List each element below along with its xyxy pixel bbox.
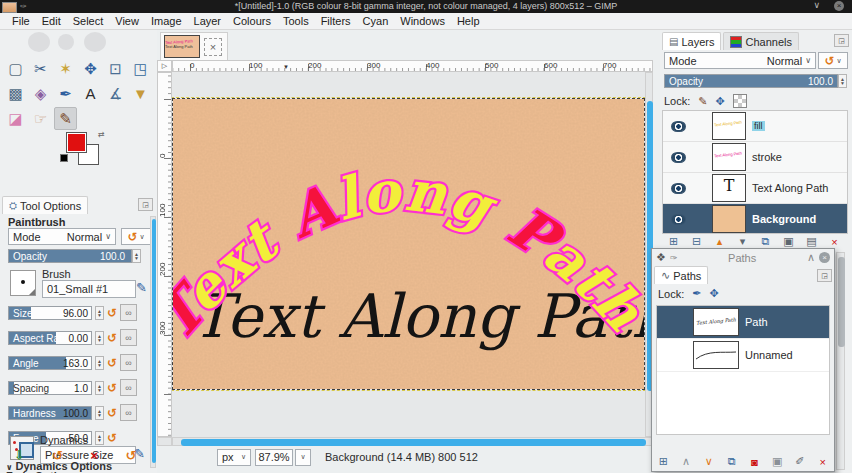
window-shade-icon[interactable]: ∨ (813, 0, 820, 10)
visibility-eye-icon[interactable] (671, 183, 686, 194)
new-path-button[interactable]: ⊞ (653, 454, 673, 469)
unit-dropdown[interactable]: px ∨ (217, 449, 251, 466)
path-name[interactable]: Unnamed (745, 349, 793, 361)
vertical-ruler[interactable]: 0100200300 (157, 72, 172, 437)
layers-menu-button[interactable]: ◲ (834, 34, 849, 47)
eraser-tool[interactable]: ◪ (4, 107, 27, 130)
reset-icon[interactable]: ↺ (107, 406, 117, 420)
link-icon[interactable]: ∞ (120, 329, 137, 346)
tool-option-slider[interactable]: Size 96.00 (8, 306, 92, 320)
tool-option-slider[interactable]: Angle 163.0 (8, 356, 92, 370)
menu-item[interactable]: Filters (315, 15, 357, 27)
slider-spinner[interactable]: ▲▼ (95, 331, 104, 345)
paintbrush-tool[interactable]: ✎ (54, 107, 77, 130)
zoom-value[interactable]: 87.9% (255, 449, 293, 466)
layer-name[interactable]: stroke (752, 151, 782, 163)
layer-row-background[interactable]: Background (663, 204, 847, 234)
menu-item[interactable]: Windows (394, 15, 451, 27)
brush-preview[interactable] (10, 270, 36, 296)
path-to-selection-button[interactable]: ◙ (744, 454, 764, 469)
paths-dialog-titlebar[interactable]: ❖ ✑ Paths ∧ × (652, 249, 834, 266)
crop-tool[interactable]: ⊡ (104, 57, 127, 80)
reset-tool-options-button[interactable]: ↺ (125, 448, 136, 463)
text-tool[interactable]: A (79, 82, 102, 105)
menu-item[interactable]: View (109, 15, 145, 27)
slider-spinner[interactable]: ▲▼ (95, 356, 104, 370)
menu-item[interactable]: Help (451, 15, 486, 27)
layer-opacity-spinner[interactable]: ▲▼ (838, 74, 847, 88)
visibility-eye-icon[interactable] (671, 214, 686, 225)
path-row[interactable]: Text Along Path Path (657, 306, 829, 339)
duplicate-layer-button[interactable]: ⧉ (756, 234, 776, 249)
tab-channels[interactable]: Channels (723, 32, 798, 50)
tool-options-tab[interactable]: ⛭Tool Options (2, 196, 88, 214)
lock-pixels-icon[interactable]: ✎ (698, 95, 707, 108)
reset-icon[interactable]: ↺ (107, 306, 117, 320)
slider-spinner[interactable]: ▲▼ (95, 431, 104, 445)
lock-position-icon[interactable]: ✥ (716, 95, 725, 108)
link-icon[interactable]: ∞ (120, 354, 137, 371)
cage-transform-tool[interactable]: ▩ (4, 82, 27, 105)
reset-icon[interactable]: ↺ (107, 381, 117, 395)
layer-name[interactable]: Text Along Path (752, 182, 828, 194)
tool-option-slider[interactable]: Aspect Ratio 0.00 (8, 331, 92, 345)
merge-layer-button[interactable]: ▣ (779, 234, 799, 249)
layer-mode-reset-button[interactable]: ↺∨ (818, 52, 848, 69)
delete-tool-preset-button[interactable]: × (90, 448, 98, 463)
canvas-hscrollbar[interactable] (172, 437, 653, 446)
raise-layer-button[interactable]: ▴ (710, 234, 730, 249)
opacity-slider[interactable]: Opacity 100.0 (8, 249, 132, 263)
zoom-dropdown-button[interactable]: ∨ (295, 449, 311, 466)
layer-opacity-slider[interactable]: Opacity 100.0 (664, 74, 838, 88)
path-row[interactable]: Unnamed (657, 339, 829, 372)
dialog-close-icon[interactable]: × (819, 252, 830, 263)
raise-path-button[interactable]: ∧ (676, 454, 696, 469)
menu-item[interactable]: File (6, 15, 36, 27)
link-icon[interactable]: ∞ (120, 304, 137, 321)
tool-option-slider[interactable]: Spacing 1.0 (8, 381, 92, 395)
foreground-color-swatch[interactable] (66, 132, 87, 153)
window-close-icon[interactable]: × (834, 1, 844, 11)
free-select-tool[interactable]: ✂ (29, 57, 52, 80)
mask-layer-button[interactable]: ▤ (802, 234, 822, 249)
lower-layer-button[interactable]: ▾ (733, 234, 753, 249)
new-layer-button[interactable]: ⊞ (664, 234, 684, 249)
selection-to-path-button[interactable]: ▣ (767, 454, 787, 469)
menu-item[interactable]: Colours (227, 15, 277, 27)
default-colors-icon[interactable] (60, 154, 68, 162)
lower-path-button[interactable]: ∨ (699, 454, 719, 469)
handle-transform-tool[interactable]: ◈ (29, 82, 52, 105)
paint-mode-dropdown[interactable]: Mode Normal ∨ (8, 228, 116, 245)
stroke-path-button[interactable]: ✐ (790, 454, 810, 469)
reset-icon[interactable]: ↺ (107, 431, 117, 445)
layer-row-stroke[interactable]: Text Along Path stroke (663, 142, 847, 173)
collapse-icon[interactable]: ∧ (807, 251, 815, 264)
measure-tool[interactable]: ∡ (104, 82, 127, 105)
link-icon[interactable]: ∞ (120, 379, 137, 396)
image-tab[interactable]: Text Along Path Text Along Path × (160, 32, 228, 60)
menu-item[interactable]: Cyan (357, 15, 395, 27)
tab-paths[interactable]: ∿ Paths (654, 266, 708, 284)
layer-row-text[interactable]: T Text Along Path (663, 173, 847, 204)
canvas-viewport[interactable]: Text Along Path Text Along Path (172, 72, 645, 437)
mode-reset-button[interactable]: ↺∨ (121, 228, 151, 245)
rectangle-select-tool[interactable]: ▢ (4, 57, 27, 80)
new-layer-group-button[interactable]: ⊟ (687, 234, 707, 249)
brush-name-field[interactable]: 01_Small #1 (42, 280, 136, 298)
horizontal-ruler[interactable]: 0100200300400500600700 ▼ (172, 60, 653, 72)
layer-name-editing[interactable]: fill (752, 121, 765, 131)
tool-option-slider[interactable]: Hardness 100.0 (8, 406, 92, 420)
restore-tool-preset-button[interactable]: ↺ (52, 448, 63, 463)
slider-spinner[interactable]: ▲▼ (95, 406, 104, 420)
menu-item[interactable]: Select (67, 15, 110, 27)
opacity-spinner[interactable]: ▲▼ (132, 249, 141, 263)
slider-spinner[interactable]: ▲▼ (95, 306, 104, 320)
smudge-tool[interactable]: ☞ (29, 107, 52, 130)
paths-menu-button[interactable]: ◲ (817, 269, 832, 282)
edit-brush-icon[interactable]: ✎ (136, 280, 147, 295)
menu-item[interactable]: Image (145, 15, 188, 27)
visibility-eye-icon[interactable] (671, 121, 686, 132)
tab-layers[interactable]: ▤ Layers (662, 32, 721, 50)
close-view-icon[interactable]: × (204, 38, 222, 56)
move-tool[interactable]: ✥ (79, 57, 102, 80)
